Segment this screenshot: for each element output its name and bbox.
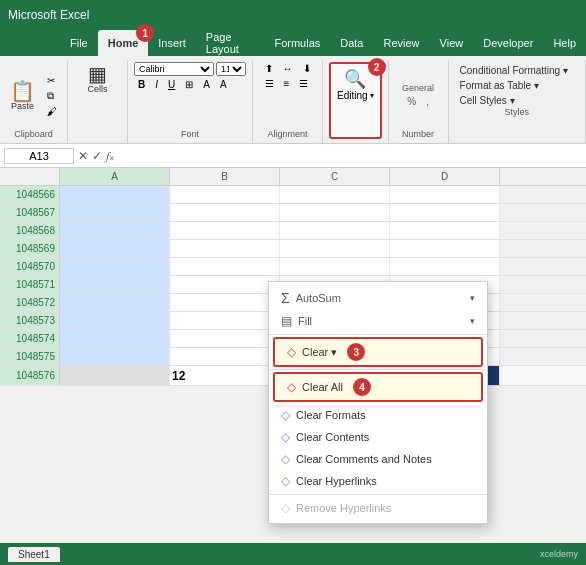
confirm-formula-icon[interactable]: ✓: [92, 149, 102, 163]
tab-view[interactable]: View: [430, 30, 474, 56]
tab-review[interactable]: Review: [374, 30, 430, 56]
dropdown-clear-contents[interactable]: ◇ Clear Contents: [269, 426, 487, 448]
cell-a-1048569[interactable]: [60, 240, 170, 257]
cell-a-1048574[interactable]: [60, 330, 170, 347]
table-row: 1048567: [0, 204, 586, 222]
fill-label: Fill: [298, 315, 312, 327]
cell-b-1048569[interactable]: [170, 240, 280, 257]
font-size-select[interactable]: 11: [216, 62, 246, 76]
autosum-icon: Σ: [281, 290, 290, 306]
dropdown-clear-formats[interactable]: ◇ Clear Formats: [269, 404, 487, 426]
alignment-label: Alignment: [267, 129, 307, 141]
cell-d-1048569[interactable]: [390, 240, 500, 257]
formula-input[interactable]: [118, 150, 582, 162]
format-painter-button[interactable]: 🖌: [43, 105, 61, 118]
editing-badge: 2: [368, 58, 386, 76]
align-middle-button[interactable]: ↔: [279, 62, 297, 75]
number-format-display: General: [402, 83, 434, 93]
cell-a-1048567[interactable]: [60, 204, 170, 221]
cell-b-1048570[interactable]: [170, 258, 280, 275]
dropdown-autosum[interactable]: Σ AutoSum ▾: [269, 286, 487, 310]
cell-b-1048572[interactable]: [170, 294, 280, 311]
italic-button[interactable]: I: [151, 78, 162, 91]
cell-a-1048570[interactable]: [60, 258, 170, 275]
autosum-label: AutoSum: [296, 292, 341, 304]
tab-home[interactable]: Home 1: [98, 30, 149, 56]
row-num-1048575: 1048575: [0, 348, 60, 365]
align-left-button[interactable]: ☰: [261, 77, 278, 90]
cell-b-1048575[interactable]: [170, 348, 280, 365]
cell-d-1048570[interactable]: [390, 258, 500, 275]
dropdown-clear-hyperlinks[interactable]: ◇ Clear Hyperlinks: [269, 470, 487, 492]
cell-b-1048567[interactable]: [170, 204, 280, 221]
conditional-formatting-button[interactable]: Conditional Formatting ▾: [457, 64, 577, 77]
cell-a-1048571[interactable]: [60, 276, 170, 293]
name-box[interactable]: [4, 148, 74, 164]
align-top-button[interactable]: ⬆: [261, 62, 277, 75]
cell-c-1048568[interactable]: [280, 222, 390, 239]
fill-color-button[interactable]: A: [199, 78, 214, 91]
percent-button[interactable]: %: [403, 95, 420, 108]
cell-a-1048572[interactable]: [60, 294, 170, 311]
paste-button[interactable]: 📋 Paste: [6, 79, 39, 113]
search-icon: 🔍: [344, 68, 366, 90]
cancel-formula-icon[interactable]: ✕: [78, 149, 88, 163]
cell-b-1048566[interactable]: [170, 186, 280, 203]
cell-c-1048567[interactable]: [280, 204, 390, 221]
tab-page-layout[interactable]: Page Layout: [196, 30, 265, 56]
cells-button[interactable]: ▦ Cells: [83, 62, 111, 96]
cell-b-1048568[interactable]: [170, 222, 280, 239]
tab-formulas[interactable]: Formulas: [264, 30, 330, 56]
bold-button[interactable]: B: [134, 78, 149, 91]
format-table-button[interactable]: Format as Table ▾: [457, 79, 577, 92]
cell-styles-button[interactable]: Cell Styles ▾: [457, 94, 577, 107]
dropdown-clear[interactable]: ◇ Clear ▾ 3: [273, 337, 483, 367]
row-num-1048567: 1048567: [0, 204, 60, 221]
underline-button[interactable]: U: [164, 78, 179, 91]
font-family-select[interactable]: Calibri: [134, 62, 214, 76]
row-num-1048566: 1048566: [0, 186, 60, 203]
ribbon-group-clipboard: 📋 Paste ✂ ⧉ 🖌 Clipboard: [0, 60, 68, 143]
remove-hyperlinks-label: Remove Hyperlinks: [296, 502, 391, 514]
cell-a-1048575[interactable]: [60, 348, 170, 365]
editing-label[interactable]: Editing: [337, 90, 368, 101]
tab-help[interactable]: Help: [543, 30, 586, 56]
cell-b-1048574[interactable]: [170, 330, 280, 347]
font-label: Font: [181, 129, 199, 141]
cell-b-1048573[interactable]: [170, 312, 280, 329]
clear-label: Clear ▾: [302, 346, 337, 359]
dropdown-clear-comments[interactable]: ◇ Clear Comments and Notes: [269, 448, 487, 470]
cell-c-1048569[interactable]: [280, 240, 390, 257]
tab-developer[interactable]: Developer: [473, 30, 543, 56]
tab-insert[interactable]: Insert: [148, 30, 196, 56]
clear-contents-label: Clear Contents: [296, 431, 369, 443]
editing-dropdown: Σ AutoSum ▾ ▤ Fill ▾ ◇ Clear ▾ 3 ◇ Clear…: [268, 281, 488, 524]
cell-a-1048568[interactable]: [60, 222, 170, 239]
cell-c-1048570[interactable]: [280, 258, 390, 275]
align-right-button[interactable]: ☰: [295, 77, 312, 90]
copy-button[interactable]: ⧉: [43, 89, 61, 103]
insert-function-icon[interactable]: 𝑓ₓ: [106, 149, 114, 163]
cell-d-1048566[interactable]: [390, 186, 500, 203]
align-center-button[interactable]: ≡: [280, 77, 294, 90]
cut-button[interactable]: ✂: [43, 74, 61, 87]
dropdown-clear-all[interactable]: ◇ Clear All 4: [273, 372, 483, 402]
border-button[interactable]: ⊞: [181, 78, 197, 91]
remove-hyperlinks-icon: ◇: [281, 501, 290, 515]
cell-a-1048573[interactable]: [60, 312, 170, 329]
tab-file[interactable]: File: [60, 30, 98, 56]
font-color-button[interactable]: A: [216, 78, 231, 91]
cell-b-1048571[interactable]: [170, 276, 280, 293]
cell-d-1048567[interactable]: [390, 204, 500, 221]
dropdown-fill[interactable]: ▤ Fill ▾: [269, 310, 487, 332]
sheet-area: A B C D 1048566 1048567 1048568 104: [0, 168, 586, 538]
cell-c-1048566[interactable]: [280, 186, 390, 203]
tab-data[interactable]: Data: [330, 30, 373, 56]
comma-button[interactable]: ,: [422, 95, 433, 108]
cell-b-last[interactable]: 12: [170, 366, 280, 385]
cell-d-1048568[interactable]: [390, 222, 500, 239]
cell-a-1048566[interactable]: [60, 186, 170, 203]
cell-a-last[interactable]: [60, 366, 170, 385]
sheet-tab[interactable]: Sheet1: [8, 547, 60, 562]
align-bottom-button[interactable]: ⬇: [299, 62, 315, 75]
